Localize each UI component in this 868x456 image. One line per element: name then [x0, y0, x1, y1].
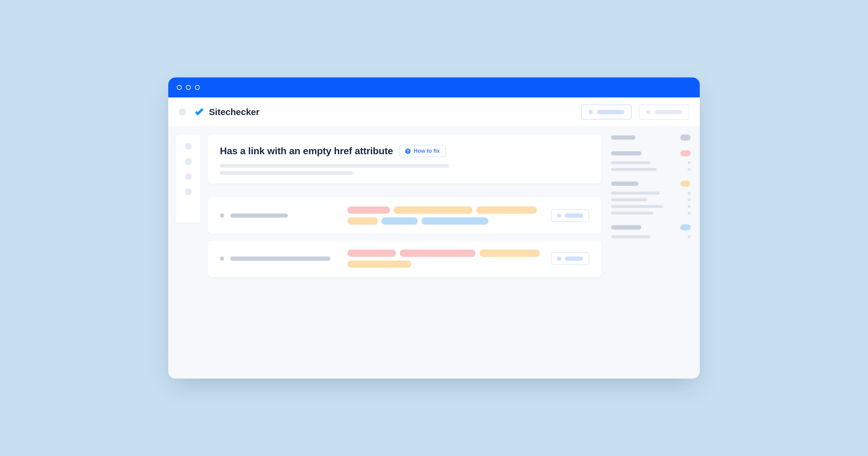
menu-toggle[interactable] [179, 108, 186, 116]
row-status-icon [220, 214, 224, 218]
url-row[interactable] [208, 240, 601, 277]
sidebar-item[interactable] [185, 158, 192, 165]
brand[interactable]: Sitechecker [193, 106, 259, 118]
issue-header-card: Has a link with an empty href attribute … [208, 134, 601, 183]
sidebar-nav [176, 134, 200, 223]
summary-section [611, 224, 691, 238]
how-to-fix-label: How to fix [414, 148, 440, 154]
row-tags [347, 206, 542, 225]
app-title: Sitechecker [209, 107, 259, 117]
row-status-icon [220, 257, 224, 261]
summary-section [611, 181, 691, 215]
issue-title: Has a link with an empty href attribute [220, 145, 393, 157]
sidebar-item[interactable] [185, 143, 192, 150]
window-control-minimize[interactable] [186, 85, 191, 90]
sidebar-item[interactable] [185, 189, 192, 195]
row-action-button[interactable] [551, 209, 589, 222]
header-secondary-button[interactable] [639, 104, 689, 120]
header-primary-button[interactable] [581, 104, 632, 120]
window-control-maximize[interactable] [195, 85, 200, 90]
app-body: Has a link with an empty href attribute … [168, 127, 700, 379]
sitechecker-logo-icon [193, 106, 205, 118]
window-control-close[interactable] [177, 85, 182, 90]
row-action-button[interactable] [551, 252, 589, 265]
help-icon: ? [405, 149, 411, 154]
row-url [230, 257, 331, 261]
how-to-fix-button[interactable]: ? How to fix [399, 145, 446, 157]
summary-sidebar [609, 127, 700, 379]
browser-window: Sitechecker Has a link with an empty hre… [168, 77, 700, 379]
app-header: Sitechecker [168, 97, 700, 127]
sidebar-item[interactable] [185, 173, 192, 180]
url-row[interactable] [208, 197, 601, 234]
row-url [230, 214, 288, 218]
window-titlebar [168, 77, 700, 97]
issue-description [220, 164, 589, 175]
summary-section [611, 134, 691, 140]
summary-section [611, 150, 691, 171]
main-content: Has a link with an empty href attribute … [200, 127, 609, 379]
row-tags [347, 250, 542, 268]
